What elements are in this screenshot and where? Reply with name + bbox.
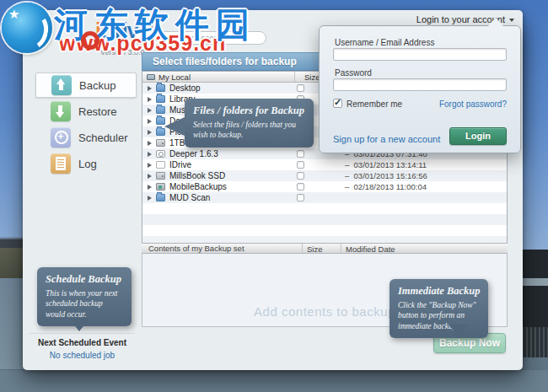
backup-set-title: Contents of my Backup set [148, 244, 244, 253]
files-folders-tooltip: Files / folders for Backup Select the fi… [185, 99, 314, 148]
signup-link[interactable]: Sign up for a new account [333, 134, 440, 144]
username-field[interactable] [333, 48, 507, 61]
tree-row-label: MUD Scan [169, 193, 210, 202]
login-button[interactable]: Login [449, 127, 507, 145]
sidebar-item[interactable]: Scheduler [35, 125, 137, 150]
sidebar-item[interactable]: Restore [35, 99, 137, 124]
sidebar-item-label: Restore [78, 105, 117, 118]
row-checkbox[interactable] [297, 194, 304, 201]
row-checkbox[interactable] [297, 161, 304, 169]
disclosure-triangle-icon[interactable] [148, 196, 152, 201]
water [0, 369, 548, 392]
backup-set-header: Contents of my Backup set Size Modified … [142, 243, 508, 254]
sidebar-item[interactable]: Backup [35, 72, 137, 98]
next-scheduled-event-label: Next Scheduled Event [23, 338, 142, 347]
schedule-backup-tooltip: Schedule Backup This is when your next s… [37, 267, 132, 326]
row-checkbox[interactable] [297, 172, 304, 180]
forgot-password-link[interactable]: Forgot password? [439, 99, 507, 109]
tree-row[interactable]: MillsBook SSD – 03/01/2013 15:16:56 [142, 170, 507, 181]
tree-row-label: IDrive [169, 160, 191, 169]
folder-icon [156, 95, 165, 103]
size-column-header[interactable]: Size [304, 72, 320, 82]
sidebar-divider [30, 333, 135, 334]
application-icon [156, 150, 165, 158]
tooltip-body: This is when your next scheduled backup … [46, 288, 123, 320]
idrive-disk-icon [156, 161, 165, 169]
tree-row-label: Desktop [169, 83, 201, 93]
watermark-ring-icon [81, 31, 99, 50]
tree-row-label: MillsBook SSD [169, 171, 225, 180]
login-popover: Username / Email Address Password Rememb… [319, 25, 521, 153]
tooltip-title: Files / folders for Backup [193, 105, 305, 117]
folder-icon [156, 106, 165, 114]
watermark-badge-icon [2, 3, 52, 53]
password-field[interactable] [333, 78, 507, 91]
desktop-background: Login to your account iDrive® Version 3.… [0, 0, 548, 392]
username-label: Username / Email Address [335, 38, 434, 47]
tooltip-arrow [69, 319, 89, 331]
disclosure-triangle-icon[interactable] [148, 108, 152, 113]
password-label: Password [335, 68, 372, 78]
tree-row[interactable]: IDrive – 03/01/2013 13:14:11 [142, 159, 507, 170]
sidebar-item-label: Backup [79, 79, 116, 92]
log-document-icon [51, 153, 71, 174]
sidebar-item[interactable]: Log [35, 151, 137, 176]
drive-icon [156, 139, 165, 147]
pier-building [519, 250, 548, 329]
disclosure-triangle-icon[interactable] [148, 86, 152, 91]
disclosure-triangle-icon[interactable] [148, 130, 152, 135]
disclosure-triangle-icon[interactable] [148, 141, 152, 146]
no-scheduled-job-link[interactable]: No scheduled job [23, 351, 142, 360]
disclosure-triangle-icon[interactable] [148, 119, 152, 124]
folder-icon [156, 84, 165, 92]
popover-arrow [488, 18, 503, 26]
sidebar-item-label: Scheduler [78, 132, 128, 144]
tree-root-label: My Local [158, 72, 191, 82]
disclosure-triangle-icon[interactable] [148, 97, 152, 102]
backup-disk-icon [156, 183, 165, 191]
tooltip-title: Schedule Backup [46, 273, 123, 286]
row-modified-date: – 02/18/2013 11:00:04 [345, 182, 427, 191]
row-modified-date: – 03/01/2013 15:16:56 [345, 171, 427, 180]
row-modified-date: – 03/01/2013 13:14:11 [345, 160, 427, 169]
disclosure-triangle-icon[interactable] [148, 185, 152, 190]
tree-row[interactable]: MUD Scan [142, 192, 507, 203]
tooltip-arrow [164, 117, 185, 136]
modified-column-header[interactable]: Modified Date [346, 244, 395, 254]
chevron-down-icon [509, 19, 514, 22]
drive-icon [156, 172, 165, 180]
pier-sign [519, 278, 548, 286]
size-column-header[interactable]: Size [307, 244, 322, 254]
sidebar-item-label: Log [78, 158, 97, 170]
tree-row-label: 1TB [169, 138, 185, 148]
bay-bridge-cables [0, 233, 25, 239]
row-checkbox[interactable] [297, 183, 304, 191]
pier-posts [519, 327, 548, 359]
restore-arrow-down-icon [51, 101, 71, 121]
tree-row-label: Deeper 1.6.3 [169, 149, 218, 158]
backup-arrow-up-icon [51, 75, 72, 95]
remember-me-checkbox[interactable] [333, 99, 342, 108]
scheduler-clock-icon [51, 127, 71, 148]
remember-me-label: Remember me [347, 99, 402, 109]
disclosure-triangle-icon[interactable] [148, 163, 152, 168]
tree-row[interactable]: MobileBackups – 02/18/2013 11:00:04 [142, 181, 507, 192]
folder-icon [156, 194, 165, 201]
immediate-backup-tooltip: Immediate Backup Click the "Backup Now" … [390, 279, 488, 338]
tooltip-arrow [449, 325, 469, 337]
shoreline [0, 248, 25, 282]
tooltip-title: Immediate Backup [398, 285, 480, 298]
disclosure-triangle-icon[interactable] [148, 174, 152, 179]
disclosure-triangle-icon[interactable] [148, 152, 152, 157]
tree-row-label: MobileBackups [169, 182, 227, 191]
row-checkbox[interactable] [297, 150, 304, 158]
tooltip-body: Select the files / folders that you wish… [193, 120, 305, 141]
row-checkbox[interactable] [297, 84, 304, 92]
computer-icon [147, 74, 155, 80]
